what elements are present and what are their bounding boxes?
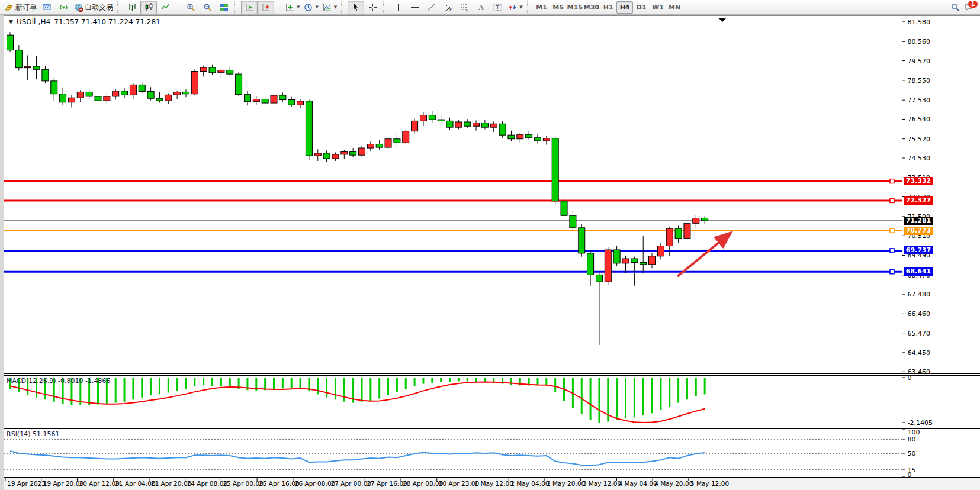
zoom-in-button[interactable] [182,1,199,14]
notifications-button[interactable]: 1 [964,2,974,12]
candle-body [605,250,611,282]
crosshair-button[interactable] [364,1,381,14]
candle-body [376,144,383,148]
trend-arrow-annotation[interactable] [677,233,730,276]
search-icon[interactable] [950,2,960,12]
arrow-shapes-icon [507,2,518,12]
candle-body [33,66,40,69]
support-line-3-handle[interactable] [890,270,894,274]
arrows-tool-dropdown-arrow[interactable]: ▼ [519,5,522,9]
candle-body [139,85,145,91]
periods-dropdown-arrow[interactable]: ▼ [315,5,318,9]
crosshair-icon [368,2,378,12]
support-line-2-handle[interactable] [890,249,894,253]
time-tick-label: 20 Apr 12:00 [79,480,119,487]
candle-body [60,94,66,102]
timeframe-m5-button[interactable]: M5 [550,1,567,14]
signals-button[interactable] [55,1,72,14]
candle-body [147,91,154,98]
toolbar-separator [527,1,532,13]
candle-body [596,275,602,282]
candle-body [359,148,365,155]
svg-text:F: F [466,8,468,12]
time-tick-label: 4 May 20:00 [654,480,693,487]
candle-body [570,215,576,228]
candle-body [481,123,488,128]
time-tick-label: 5 May 12:00 [690,480,729,487]
candle-body [236,74,242,95]
candle-body [649,256,656,265]
chart-window[interactable]: 81.58080.56079.57078.55077.53076.54075.5… [4,15,980,490]
indicators-dropdown-arrow[interactable]: ▼ [297,5,300,9]
candle-body [227,70,233,75]
candle-body [95,96,101,101]
bid-price-line-price-badge: 71.281 [904,217,933,225]
timeframe-d1-button[interactable]: D1 [633,1,650,14]
one-click-trading-toggle[interactable]: ▼ [9,19,13,25]
price-tick-label: 64.450 [908,349,931,357]
candle-body [535,138,541,141]
price-tick-label: 76.540 [908,115,931,123]
channel-tool-button[interactable]: E [439,1,456,14]
mt4-terminal: { "toolbar": { "items": [ {"type":"butto… [0,0,980,490]
line-chart-mode-button[interactable] [157,1,173,14]
timeframe-m15-button[interactable]: M15 [567,1,583,14]
candle-body [24,66,31,68]
fibonacci-tool-button[interactable]: F [456,1,473,14]
chart-canvas[interactable]: 81.58080.56079.57078.55077.53076.54075.5… [4,16,980,490]
candle-body [552,138,558,201]
svg-text:T: T [495,4,499,11]
time-tick-label: 27 Apr 16:00 [367,480,407,487]
candle-body [113,91,119,96]
label-tool-button[interactable]: T [489,1,506,14]
indicators-button[interactable]: ▼ [283,1,301,14]
support-line-1-handle[interactable] [890,228,894,233]
new-order-button[interactable]: 新订单 [2,1,38,14]
chart-shift-button[interactable] [258,1,274,14]
candle-body [323,153,330,159]
candle-body [51,81,57,94]
candle-body [86,92,92,96]
candle-body [490,124,497,127]
tile-windows-button[interactable] [216,1,232,14]
svg-text:E: E [449,8,452,12]
template-icon [322,2,332,12]
resistance-line-2-handle[interactable] [890,198,894,202]
timeframe-m30-button[interactable]: M30 [583,1,600,14]
macd-signal-line [10,382,705,423]
charts-button[interactable] [38,1,55,14]
timeframe-h1-button[interactable]: H1 [600,1,616,14]
arrows-tool-button[interactable]: ▼ [506,1,524,14]
bar-chart-mode-button[interactable] [124,1,140,14]
clock-icon [303,2,313,12]
chart-window-icon [42,2,52,12]
time-tick-label: 25 Apr 16:00 [259,480,299,487]
chart-shift-marker[interactable] [718,18,727,22]
text-tool-button[interactable]: A [473,1,489,14]
auto-scroll-button[interactable] [241,1,258,14]
candle-body [332,154,339,159]
candlestick-mode-button[interactable] [140,1,157,14]
timeframe-w1-button[interactable]: W1 [650,1,666,14]
chart-ohlc-values: 71.357 71.410 71.224 71.281 [54,18,160,26]
zoom-out-button[interactable] [199,1,216,14]
support-line-2-price-badge: 69.737 [904,246,933,254]
templates-dropdown-arrow[interactable]: ▼ [334,5,337,9]
time-tick-label: 26 Apr 08:00 [295,480,335,487]
vertical-line-tool-button[interactable] [390,1,406,14]
periods-button[interactable]: ▼ [301,1,320,14]
timeframe-h4-button[interactable]: H4 [616,1,633,14]
timeframe-mn-button[interactable]: MN [666,1,683,14]
candle-body [508,135,515,139]
chart-shift-icon [261,2,271,12]
resistance-line-1-handle[interactable] [890,179,894,183]
candle-body [473,123,480,127]
timeframe-m1-button[interactable]: M1 [534,1,550,14]
trendline-tool-button[interactable] [423,1,439,14]
templates-button[interactable]: ▼ [320,1,339,14]
candlestick-icon [144,2,154,12]
cursor-button[interactable] [348,1,364,14]
price-tick-label: 67.480 [908,291,931,298]
horizontal-line-tool-button[interactable] [406,1,423,14]
auto-trading-button[interactable]: 自动交易 [72,1,115,14]
